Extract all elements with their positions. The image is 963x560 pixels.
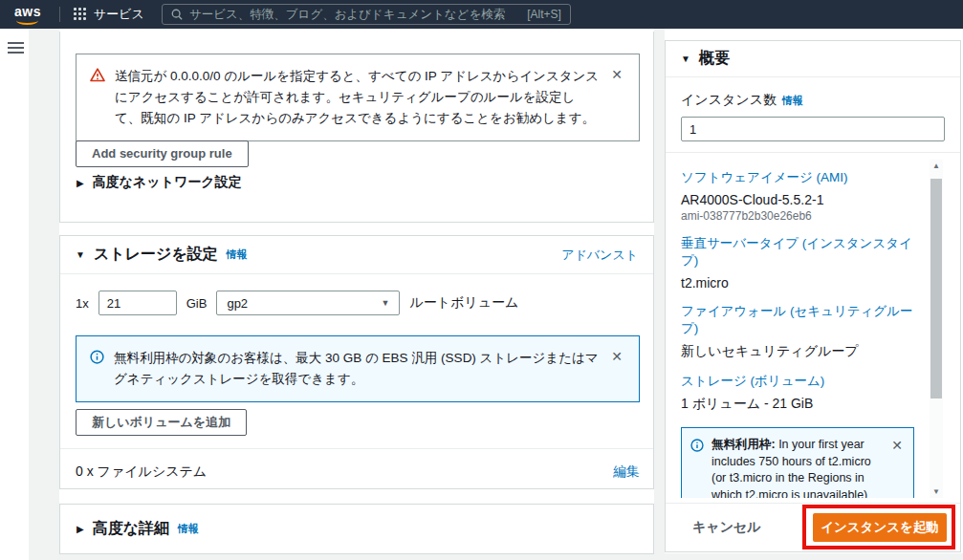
launch-instance-page: aws サービス [Alt+S] 送信元が bbox=[0, 0, 963, 560]
root-volume-label: ルートボリューム bbox=[409, 294, 518, 312]
info-icon bbox=[690, 439, 704, 452]
scroll-down-icon[interactable]: ▼ bbox=[930, 487, 943, 496]
close-icon[interactable]: ✕ bbox=[608, 348, 625, 365]
scrollbar-thumb[interactable] bbox=[930, 179, 942, 398]
summary-firewall-link[interactable]: ファイアウォール (セキュリティグループ) bbox=[681, 303, 914, 337]
add-new-volume-button[interactable]: 新しいボリュームを追加 bbox=[76, 409, 247, 436]
file-system-count: 0 x ファイルシステム bbox=[76, 463, 207, 481]
summary-ami-id: ami-038777b2b30e26eb6 bbox=[681, 209, 914, 223]
launch-instance-button[interactable]: インスタンスを起動 bbox=[813, 513, 947, 542]
volume-type-select[interactable]: gp2 ▼ bbox=[216, 291, 400, 315]
summary-ami-link[interactable]: ソフトウェアイメージ (AMI) bbox=[681, 169, 914, 186]
aws-smile-icon bbox=[16, 16, 38, 25]
free-tier-storage-message: 無料利用枠の対象のお客様は、最大 30 GB の EBS 汎用 (SSD) スト… bbox=[114, 348, 599, 390]
instance-count-info-link[interactable]: 情報 bbox=[782, 95, 803, 106]
content-scroll-gutter bbox=[654, 29, 665, 560]
free-tier-storage-alert: 無料利用枠の対象のお客様は、最大 30 GB の EBS 汎用 (SSD) スト… bbox=[76, 335, 640, 402]
chevron-down-icon[interactable]: ▼ bbox=[681, 54, 690, 64]
volume-type-value: gp2 bbox=[227, 296, 248, 311]
free-tier-info-alert: 無料利用枠: In your first year includes 750 h… bbox=[681, 427, 914, 498]
file-system-row: 0 x ファイルシステム 編集 bbox=[76, 458, 640, 486]
instance-count-label: インスタンス数情報 bbox=[681, 92, 803, 109]
summary-title: 概要 bbox=[699, 49, 730, 69]
summary-panel: ▼ 概要 インスタンス数情報 ソフトウェアイメージ (AMI) AR4000S-… bbox=[665, 40, 961, 552]
info-icon bbox=[90, 350, 104, 364]
storage-info-link[interactable]: 情報 bbox=[227, 248, 248, 262]
summary-header: ▼ 概要 bbox=[666, 41, 960, 77]
aws-logo[interactable]: aws bbox=[11, 5, 44, 24]
open-access-warning-alert: 送信元が 0.0.0.0/0 のルールを指定すると、すべての IP アドレスから… bbox=[76, 54, 640, 141]
instance-count-input[interactable] bbox=[681, 117, 945, 141]
nav-divider bbox=[59, 7, 60, 22]
root-volume-row: 1x GiB gp2 ▼ ルートボリューム bbox=[76, 291, 518, 315]
top-navigation-bar: aws サービス [Alt+S] bbox=[0, 0, 963, 29]
configure-storage-card: ▼ ストレージを設定 情報 アドバンスト 1x GiB gp2 ▼ ルートボリュ… bbox=[59, 235, 654, 489]
divider bbox=[60, 448, 653, 449]
search-input[interactable] bbox=[189, 8, 527, 21]
storage-card-title: ストレージを設定 bbox=[94, 245, 218, 265]
summary-instance-type-value: t2.micro bbox=[681, 275, 914, 291]
advanced-details-card: ▶ 高度な詳細 情報 bbox=[59, 504, 654, 554]
edit-file-system-link[interactable]: 編集 bbox=[613, 463, 640, 481]
summary-storage-link[interactable]: ストレージ (ボリューム) bbox=[681, 373, 914, 390]
advanced-network-settings-expander[interactable]: ▶ 高度なネットワーク設定 bbox=[77, 174, 242, 191]
cancel-button[interactable]: キャンセル bbox=[692, 519, 761, 536]
summary-ami-name: AR4000S-Cloud-5.5.2-1 bbox=[681, 192, 914, 207]
warning-message: 送信元が 0.0.0.0/0 のルールを指定すると、すべての IP アドレスから… bbox=[115, 66, 599, 129]
services-grid-icon[interactable] bbox=[74, 8, 87, 21]
volume-size-input[interactable] bbox=[98, 291, 177, 315]
divider bbox=[666, 503, 960, 504]
volume-count-label: 1x bbox=[76, 296, 89, 311]
storage-card-header: ▼ ストレージを設定 情報 アドバンスト bbox=[60, 236, 653, 274]
advanced-details-expander[interactable]: ▶ 高度な詳細 情報 bbox=[60, 505, 653, 553]
summary-instance-type-link[interactable]: 垂直サーバータイプ (インスタンスタイプ) bbox=[681, 235, 914, 269]
advanced-details-info-link[interactable]: 情報 bbox=[178, 522, 199, 536]
left-rail bbox=[0, 29, 29, 560]
scroll-up-icon[interactable]: ▲ bbox=[930, 162, 943, 170]
advanced-details-title: 高度な詳細 bbox=[93, 519, 169, 539]
network-settings-card: 送信元が 0.0.0.0/0 のルールを指定すると、すべての IP アドレスから… bbox=[59, 32, 654, 223]
warning-icon bbox=[90, 68, 105, 82]
summary-firewall-value: 新しいセキュリティグループ bbox=[681, 343, 914, 360]
summary-scrollbar[interactable]: ▲ ▼ bbox=[930, 160, 943, 498]
volume-unit-label: GiB bbox=[186, 296, 208, 311]
hamburger-menu-icon[interactable] bbox=[8, 42, 24, 56]
bottom-gutter bbox=[29, 553, 963, 560]
add-security-group-rule-button[interactable]: Add security group rule bbox=[76, 140, 249, 167]
close-icon[interactable]: ✕ bbox=[888, 437, 906, 454]
global-search-bar[interactable]: [Alt+S] bbox=[162, 4, 571, 25]
summary-storage-value: 1 ボリューム - 21 GiB bbox=[681, 396, 914, 413]
chevron-right-icon: ▶ bbox=[77, 524, 84, 534]
dropdown-arrow-icon: ▼ bbox=[381, 298, 389, 308]
close-icon[interactable]: ✕ bbox=[608, 66, 625, 83]
advanced-network-settings-label: 高度なネットワーク設定 bbox=[93, 174, 242, 191]
chevron-down-icon[interactable]: ▼ bbox=[76, 249, 85, 260]
left-gutter bbox=[29, 29, 59, 560]
search-shortcut-hint: [Alt+S] bbox=[527, 8, 561, 21]
services-menu[interactable]: サービス bbox=[94, 6, 144, 23]
advanced-mode-link[interactable]: アドバンスト bbox=[561, 247, 638, 264]
search-icon bbox=[171, 9, 183, 20]
chevron-right-icon: ▶ bbox=[77, 178, 84, 188]
free-tier-message: 無料利用枠: In your first year includes 750 h… bbox=[711, 437, 881, 498]
free-tier-label: 無料利用枠: bbox=[711, 438, 776, 451]
summary-scroll-region: ソフトウェアイメージ (AMI) AR4000S-Cloud-5.5.2-1 a… bbox=[666, 153, 962, 498]
